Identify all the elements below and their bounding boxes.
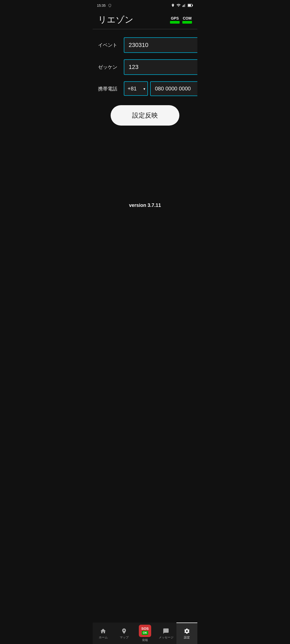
app-title: リエゾン — [98, 14, 133, 26]
com-indicator: COM — [182, 16, 192, 24]
signal-icon — [182, 3, 186, 7]
bib-label: ゼッケン — [98, 64, 119, 70]
country-code-wrapper: +81 +1 +44 +86 +82 — [124, 81, 148, 96]
event-input[interactable] — [124, 37, 197, 53]
apply-btn-container: 設定反映 — [98, 105, 192, 126]
shield-icon — [108, 3, 112, 7]
svg-rect-3 — [185, 4, 185, 7]
phone-label: 携帯電話 — [98, 86, 119, 92]
gps-bar — [170, 21, 180, 24]
app-header: リエゾン GPS COM — [93, 11, 197, 29]
svg-rect-5 — [192, 5, 193, 6]
svg-rect-2 — [184, 5, 184, 7]
com-bar — [182, 21, 192, 24]
main-content: イベント ゼッケン 携帯電話 +81 +1 +44 +86 +82 設定反映 — [93, 29, 197, 131]
phone-inputs: +81 +1 +44 +86 +82 — [124, 81, 197, 96]
status-icons — [171, 3, 193, 8]
version-text: version 3.7.11 — [93, 203, 197, 208]
com-label: COM — [183, 16, 192, 20]
svg-rect-1 — [183, 5, 184, 7]
wifi-icon — [176, 3, 181, 8]
apply-button[interactable]: 設定反映 — [111, 105, 179, 126]
country-code-select[interactable]: +81 +1 +44 +86 +82 — [124, 81, 148, 96]
svg-rect-0 — [183, 6, 183, 7]
status-indicators: GPS COM — [170, 16, 192, 24]
gps-label: GPS — [171, 16, 179, 20]
battery-icon — [188, 3, 193, 7]
event-label: イベント — [98, 42, 119, 48]
event-row: イベント — [98, 37, 192, 53]
bib-row: ゼッケン — [98, 59, 192, 75]
bib-input[interactable] — [124, 59, 197, 75]
svg-rect-6 — [188, 4, 191, 6]
phone-row: 携帯電話 +81 +1 +44 +86 +82 — [98, 81, 192, 96]
time-text: 15:35 — [97, 3, 106, 8]
status-bar: 15:35 — [93, 0, 197, 11]
phone-number-input[interactable] — [150, 81, 197, 96]
gps-indicator: GPS — [170, 16, 180, 24]
status-time: 15:35 — [97, 3, 112, 8]
location-icon — [171, 3, 175, 7]
